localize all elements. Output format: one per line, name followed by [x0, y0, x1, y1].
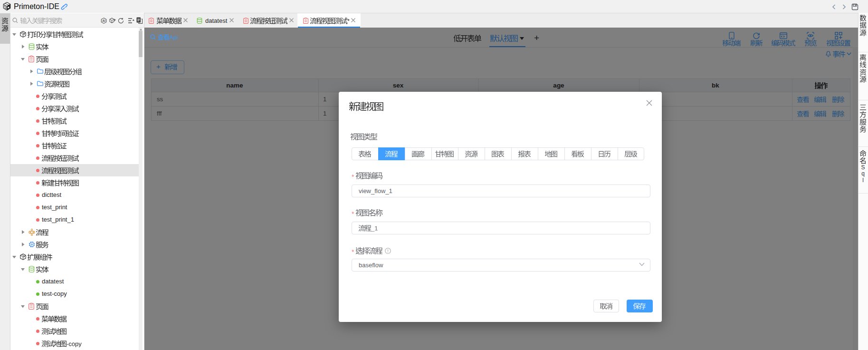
- svg-text:AI: AI: [102, 19, 105, 22]
